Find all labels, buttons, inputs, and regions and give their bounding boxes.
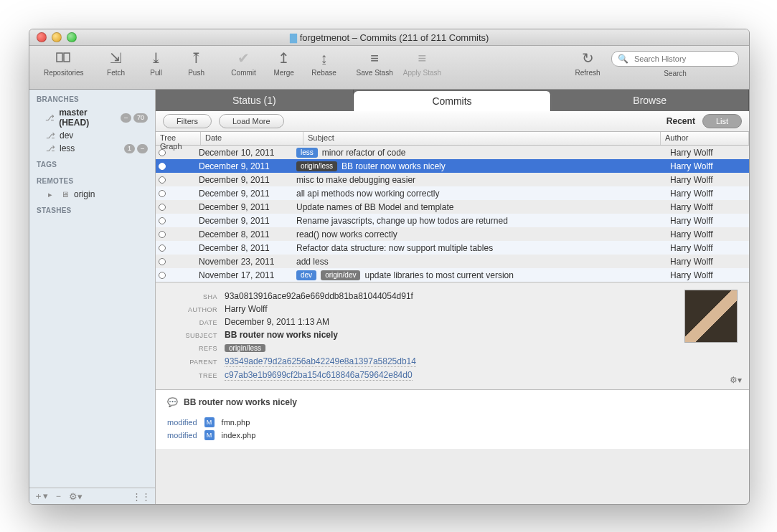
view-recent[interactable]: Recent xyxy=(667,116,695,126)
detail-subject: BB router now works nicely xyxy=(225,330,338,340)
commit-row[interactable]: December 9, 2011 all api methods now wor… xyxy=(156,186,749,200)
commit-author: Harry Wolff xyxy=(666,229,749,239)
commit-row[interactable]: December 8, 2011 read() now works correc… xyxy=(156,227,749,241)
search-label: Search xyxy=(664,70,687,77)
zoom-window-button[interactable] xyxy=(67,32,77,42)
commit-row[interactable]: December 10, 2011 lessminor refactor of … xyxy=(156,146,749,159)
commit-author: Harry Wolff xyxy=(666,216,749,226)
repositories-icon xyxy=(54,49,74,67)
commit-row[interactable]: December 8, 2011 Refactor data structure… xyxy=(156,241,749,255)
commit-date: December 10, 2011 xyxy=(194,148,292,158)
modified-badge: M xyxy=(204,417,215,427)
filters-button[interactable]: Filters xyxy=(163,114,212,128)
column-tree[interactable]: Tree Graph xyxy=(156,132,201,145)
tab-browse[interactable]: Browse xyxy=(551,90,749,111)
commit-row[interactable]: November 23, 2011 add less Harry Wolff xyxy=(156,255,749,268)
commit-author: Harry Wolff xyxy=(666,257,749,267)
remove-button[interactable]: － xyxy=(54,490,63,503)
graph-node-icon xyxy=(159,217,166,224)
save-stash-button[interactable]: ≡Save Stash xyxy=(357,49,393,77)
commit-date: November 23, 2011 xyxy=(194,257,292,267)
close-window-button[interactable] xyxy=(37,32,47,42)
commit-message: BB router now works nicely xyxy=(184,397,297,407)
app-window: ▇forgetmenot – Commits (211 of 211 Commi… xyxy=(29,29,750,505)
detail-settings-button[interactable]: ⚙▾ xyxy=(730,375,742,385)
push-button[interactable]: ⤒Push xyxy=(182,49,212,77)
load-more-button[interactable]: Load More xyxy=(219,114,284,128)
commit-subject: origin/lessBB router now works nicely xyxy=(292,161,666,171)
commit-row[interactable]: December 9, 2011 Update names of BB Mode… xyxy=(156,200,749,214)
file-name: fmn.php xyxy=(222,418,250,427)
sidebar-section-remotes: REMOTES xyxy=(29,171,155,188)
remote-origin[interactable]: ▸🖥origin xyxy=(29,188,155,201)
pull-button[interactable]: ⤓Pull xyxy=(141,49,171,77)
graph-node-icon xyxy=(159,272,166,279)
tab-commits[interactable]: Commits xyxy=(354,91,552,111)
sidebar-footer: ＋▾ － ⚙▾ ⋮⋮ xyxy=(29,488,155,504)
refresh-icon: ↻ xyxy=(578,49,598,67)
branch-master[interactable]: ⎇ master (HEAD) –70 xyxy=(29,106,155,129)
disclosure-icon: ▸ xyxy=(45,190,55,199)
column-subject[interactable]: Subject xyxy=(303,132,661,145)
column-author[interactable]: Author xyxy=(661,132,749,145)
modified-badge: M xyxy=(204,430,215,440)
graph-node-icon xyxy=(159,149,166,156)
detail-refs: origin/less xyxy=(225,343,265,353)
commit-subject: add less xyxy=(292,257,666,267)
commit-button[interactable]: ✔Commit xyxy=(229,49,259,77)
changed-file[interactable]: modified M index.php xyxy=(167,429,738,442)
remote-icon: 🖥 xyxy=(60,190,70,199)
column-date[interactable]: Date xyxy=(201,132,303,145)
behind-count: 1 xyxy=(124,144,135,153)
repositories-button[interactable]: Repositories xyxy=(44,49,84,77)
commit-row[interactable]: December 9, 2011 Rename javascripts, cha… xyxy=(156,214,749,227)
commit-details: SHA93a0813916ace92a6e669ddb81ba81044054d… xyxy=(156,282,749,389)
author-avatar xyxy=(684,290,738,343)
graph-node-icon xyxy=(159,244,166,252)
commit-date: December 9, 2011 xyxy=(194,216,292,226)
change-type: modified xyxy=(167,431,197,440)
apply-stash-button[interactable]: ≡Apply Stash xyxy=(403,49,441,77)
settings-button[interactable]: ⚙▾ xyxy=(69,491,83,502)
svg-rect-1 xyxy=(64,53,70,62)
merge-button[interactable]: ↥Merge xyxy=(269,49,299,77)
commit-subject: lessminor refactor of code xyxy=(292,148,666,158)
resize-handle-icon[interactable]: ⋮⋮ xyxy=(132,491,151,502)
rebase-button[interactable]: ↨Rebase xyxy=(309,49,339,77)
sidebar-section-stashes: STASHES xyxy=(29,201,155,217)
fetch-button[interactable]: ⇲Fetch xyxy=(101,49,131,77)
graph-node-icon xyxy=(159,176,166,184)
minimize-window-button[interactable] xyxy=(52,32,62,42)
refresh-button[interactable]: ↻Refresh xyxy=(573,49,603,77)
speech-icon: 💬 xyxy=(167,397,178,407)
add-button[interactable]: ＋▾ xyxy=(34,490,48,503)
toolbar: Repositories ⇲Fetch ⤓Pull ⤒Push ✔Commit … xyxy=(29,46,749,90)
commit-date: December 9, 2011 xyxy=(194,189,292,199)
graph-node-icon xyxy=(159,204,166,211)
sidebar: BRANCHES ⎇ master (HEAD) –70 ⎇dev ⎇ less… xyxy=(29,90,156,504)
commit-icon: ✔ xyxy=(234,49,254,67)
search-icon: 🔍 xyxy=(618,54,628,64)
ahead-count: – xyxy=(137,144,148,153)
branch-less[interactable]: ⎇ less 1– xyxy=(29,142,155,155)
search-input[interactable] xyxy=(633,54,735,64)
graph-node-icon xyxy=(159,190,166,197)
commit-subject: devorigin/devupdate libraries to most cu… xyxy=(292,270,666,280)
pull-icon: ⤓ xyxy=(146,49,166,67)
push-icon: ⤒ xyxy=(187,49,207,67)
search-field[interactable]: 🔍 xyxy=(611,51,739,67)
branch-icon: ⎇ xyxy=(45,131,55,141)
commit-row[interactable]: December 9, 2011 misc to make debugging … xyxy=(156,173,749,186)
commit-row[interactable]: November 17, 2011 devorigin/devupdate li… xyxy=(156,268,749,282)
detail-parent[interactable]: 93549ade79d2a6256ab42249e8a1397a5825db14 xyxy=(225,356,416,367)
commit-list: December 10, 2011 lessminor refactor of … xyxy=(156,146,749,282)
detail-tree[interactable]: c97ab3e1b9699cf2ba154c618846a759642e84d0 xyxy=(225,370,413,381)
commit-subject: all api methods now working correctly xyxy=(292,189,666,199)
branch-dev[interactable]: ⎇dev xyxy=(29,129,155,142)
commit-date: December 9, 2011 xyxy=(194,175,292,185)
view-list[interactable]: List xyxy=(702,114,742,128)
commit-row[interactable]: December 9, 2011 origin/lessBB router no… xyxy=(156,159,749,173)
sidebar-section-branches: BRANCHES xyxy=(29,90,155,106)
tab-status[interactable]: Status (1) xyxy=(156,90,354,111)
changed-file[interactable]: modified M fmn.php xyxy=(167,416,738,429)
